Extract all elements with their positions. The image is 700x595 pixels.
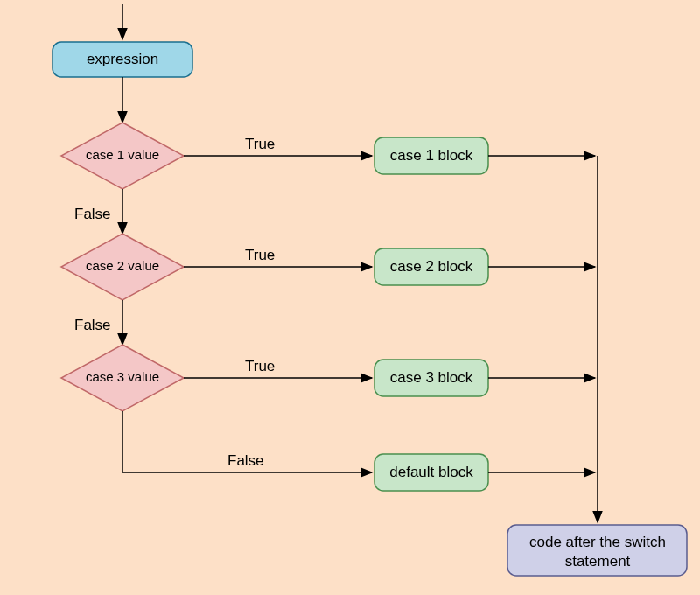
case2-true-label: True: [245, 247, 275, 263]
case1-false-label: False: [74, 206, 111, 222]
case1-block-label: case 1 block: [390, 147, 473, 164]
case2-decision: case 2 value: [61, 234, 184, 300]
case1-decision-label: case 1 value: [86, 147, 159, 162]
case2-false-label: False: [74, 317, 111, 333]
case2-block: case 2 block: [374, 248, 488, 285]
expression-label: expression: [87, 51, 158, 67]
case3-decision: case 3 value: [61, 345, 184, 411]
switch-flowchart: expression case 1 value True case 1 bloc…: [0, 0, 700, 595]
case3-block: case 3 block: [374, 360, 488, 396]
final-label-line2: statement: [565, 553, 631, 570]
case3-decision-label: case 3 value: [86, 369, 159, 384]
case3-false-label: False: [228, 452, 264, 469]
final-node: code after the switch statement: [508, 525, 687, 576]
default-block: default block: [374, 454, 488, 491]
expression-node: expression: [52, 42, 192, 77]
case1-true-label: True: [245, 136, 275, 152]
case1-block: case 1 block: [374, 137, 488, 174]
case2-decision-label: case 2 value: [86, 258, 159, 273]
case3-block-label: case 3 block: [390, 369, 473, 386]
final-label-line1: code after the switch: [529, 534, 666, 550]
default-block-label: default block: [389, 464, 473, 480]
case1-decision: case 1 value: [61, 122, 184, 189]
case2-block-label: case 2 block: [390, 258, 473, 275]
case3-true-label: True: [245, 358, 275, 374]
